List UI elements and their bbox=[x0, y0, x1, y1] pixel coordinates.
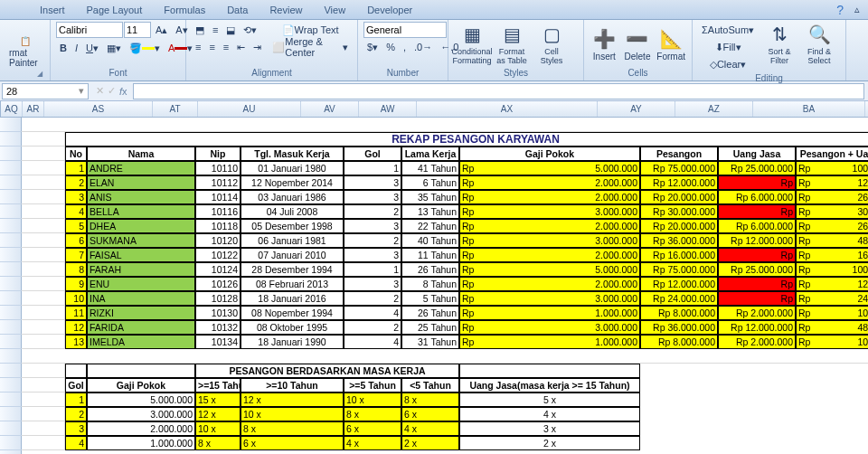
cell-no[interactable]: 7 bbox=[65, 248, 87, 262]
cell-gol[interactable]: 2 bbox=[344, 320, 401, 335]
cell-tgl[interactable]: 08 Oktober 1995 bbox=[241, 320, 344, 335]
merge-center-button[interactable]: ⬜ Merge & Center ▾ bbox=[269, 39, 352, 55]
sec-hdr-c2[interactable]: >=10 Tahun bbox=[241, 378, 344, 393]
sec-uj[interactable]: 2 x bbox=[459, 436, 640, 450]
sec-gol[interactable]: 4 bbox=[65, 436, 87, 450]
cell[interactable] bbox=[22, 291, 65, 306]
hdr-lama[interactable]: Lama Kerja bbox=[401, 147, 459, 161]
cell[interactable] bbox=[22, 175, 65, 190]
increase-font-icon[interactable]: A▴ bbox=[152, 22, 171, 38]
align-middle-icon[interactable]: ≡ bbox=[209, 22, 222, 38]
cell-lama[interactable]: 6 Tahun bbox=[401, 175, 459, 190]
sec-gaji[interactable]: 5.000.000 bbox=[87, 393, 195, 407]
cell-total[interactable]: Rp16.000.000 bbox=[796, 248, 868, 262]
cell-no[interactable]: 6 bbox=[65, 233, 87, 248]
col-header-AZ[interactable]: AZ bbox=[675, 101, 753, 117]
cell-tgl[interactable]: 28 Desember 1994 bbox=[241, 262, 344, 277]
cell-no[interactable]: 1 bbox=[65, 161, 87, 175]
cell-nama[interactable]: ANDRE bbox=[87, 161, 195, 175]
ribbon-tab-data[interactable]: Data bbox=[216, 2, 259, 18]
sec-c3[interactable]: 4 x bbox=[344, 436, 401, 450]
fx-icon[interactable]: fx bbox=[119, 86, 127, 97]
cell[interactable] bbox=[22, 190, 65, 204]
orientation-icon[interactable]: ⟲▾ bbox=[240, 22, 260, 38]
cell-nip[interactable]: 10122 bbox=[195, 248, 241, 262]
row-header[interactable] bbox=[0, 349, 22, 364]
cell-lama[interactable]: 25 Tahun bbox=[401, 320, 459, 335]
underline-button[interactable]: U▾ bbox=[82, 40, 102, 56]
ribbon-tab-page-layout[interactable]: Page Layout bbox=[76, 2, 154, 18]
cell-pesangon[interactable]: Rp 36.000.000 bbox=[640, 233, 718, 248]
help-icon[interactable]: ? bbox=[835, 2, 844, 18]
hdr-gaji[interactable]: Gaji Pokok bbox=[459, 147, 640, 161]
align-right-icon[interactable]: ≡ bbox=[220, 39, 232, 55]
row-header[interactable] bbox=[0, 161, 22, 175]
cell-gaji[interactable]: Rp2.000.000 bbox=[459, 175, 640, 190]
row-header[interactable] bbox=[0, 277, 22, 291]
bold-button[interactable]: B bbox=[56, 40, 71, 56]
cell-total[interactable]: Rp10.000.000 bbox=[796, 306, 868, 320]
cell-total[interactable]: Rp100.000.000 bbox=[796, 161, 868, 175]
cell-gaji[interactable]: Rp2.000.000 bbox=[459, 219, 640, 233]
cell[interactable] bbox=[22, 147, 65, 161]
insert-button[interactable]: ➕Insert bbox=[590, 22, 619, 67]
row-header[interactable] bbox=[0, 364, 22, 378]
cell-nip[interactable]: 10110 bbox=[195, 161, 241, 175]
row-header[interactable] bbox=[0, 190, 22, 204]
sec-hdr-gol[interactable]: Gol bbox=[65, 378, 87, 393]
sec-gaji[interactable]: 1.000.000 bbox=[87, 436, 195, 450]
cell-lama[interactable]: 22 Tahun bbox=[401, 219, 459, 233]
format-painter-button[interactable]: rmat Painter bbox=[5, 50, 44, 66]
cell-gaji[interactable]: Rp3.000.000 bbox=[459, 291, 640, 306]
col-header-AW[interactable]: AW bbox=[359, 101, 417, 117]
border-button[interactable]: ▦▾ bbox=[103, 40, 125, 56]
cell-tgl[interactable]: 12 Nopember 2014 bbox=[241, 175, 344, 190]
cell-uangjasa[interactable]: Rp 12.000.000 bbox=[718, 320, 796, 335]
cell-tgl[interactable]: 07 Januari 2010 bbox=[241, 248, 344, 262]
hdr-uangjasa[interactable]: Uang Jasa bbox=[718, 147, 796, 161]
sec-hdr-c3[interactable]: >=5 Tahun bbox=[344, 378, 401, 393]
sec-c3[interactable]: 6 x bbox=[344, 421, 401, 436]
sec-uj-blank[interactable] bbox=[459, 364, 640, 378]
row-header[interactable] bbox=[0, 436, 22, 450]
cell-gol[interactable]: 1 bbox=[344, 161, 401, 175]
cell-gol[interactable]: 2 bbox=[344, 291, 401, 306]
col-header-AR[interactable]: AR bbox=[23, 101, 44, 117]
cell-nip[interactable]: 10126 bbox=[195, 277, 241, 291]
cell-gaji[interactable]: Rp2.000.000 bbox=[459, 248, 640, 262]
cell-no[interactable]: 13 bbox=[65, 335, 87, 349]
cell-gaji[interactable]: Rp5.000.000 bbox=[459, 161, 640, 175]
cell-uangjasa[interactable]: Rp 25.000.000 bbox=[718, 161, 796, 175]
conditional-formatting-button[interactable]: ▦Conditional Formatting bbox=[454, 22, 490, 67]
cell-pesangon[interactable]: Rp 30.000.000 bbox=[640, 204, 718, 219]
hdr-nip[interactable]: Nip bbox=[195, 147, 241, 161]
sec-gaji-blank[interactable] bbox=[87, 364, 195, 378]
hdr-pesangon[interactable]: Pesangon bbox=[640, 147, 718, 161]
ribbon-tab-insert[interactable]: Insert bbox=[29, 2, 76, 18]
cell-nip[interactable]: 10114 bbox=[195, 190, 241, 204]
cell[interactable] bbox=[22, 407, 65, 421]
sec-c4[interactable]: 6 x bbox=[401, 407, 459, 421]
fill-color-button[interactable]: 🪣▾ bbox=[126, 40, 164, 56]
delete-button[interactable]: ➖Delete bbox=[623, 22, 653, 67]
cell-lama[interactable]: 41 Tahun bbox=[401, 161, 459, 175]
format-button[interactable]: 📐Format bbox=[656, 22, 686, 67]
cell-gol[interactable]: 3 bbox=[344, 190, 401, 204]
sec-c4[interactable]: 8 x bbox=[401, 393, 459, 407]
row-header[interactable] bbox=[0, 421, 22, 436]
cell-styles-button[interactable]: ▢Cell Styles bbox=[533, 22, 570, 67]
row-header[interactable] bbox=[0, 175, 22, 190]
cell-nama[interactable]: BELLA bbox=[87, 204, 195, 219]
cell-total[interactable]: Rp26.000.000 bbox=[796, 190, 868, 204]
cell-lama[interactable]: 26 Tahun bbox=[401, 306, 459, 320]
row-header[interactable] bbox=[0, 306, 22, 320]
cell-nip[interactable]: 10132 bbox=[195, 320, 241, 335]
indent-dec-icon[interactable]: ⇤ bbox=[233, 39, 249, 55]
cell-pesangon[interactable]: Rp 20.000.000 bbox=[640, 219, 718, 233]
cell-nip[interactable]: 10116 bbox=[195, 204, 241, 219]
cell-lama[interactable]: 11 Tahun bbox=[401, 248, 459, 262]
cell-lama[interactable]: 26 Tahun bbox=[401, 262, 459, 277]
row-header[interactable] bbox=[0, 147, 22, 161]
cell[interactable] bbox=[22, 335, 65, 349]
cell[interactable] bbox=[22, 306, 65, 320]
